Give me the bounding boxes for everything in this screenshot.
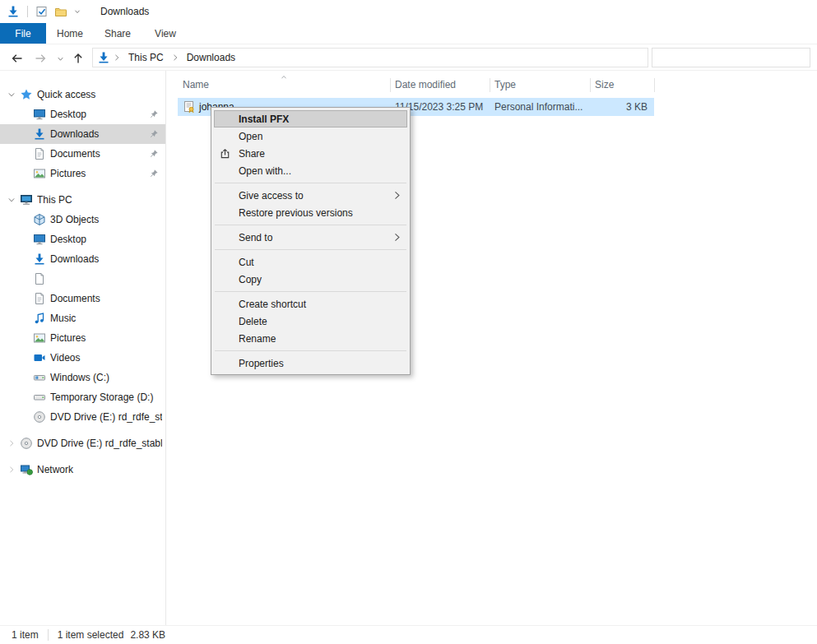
sidebar-item-label: DVD Drive (E:) rd_rdfe_stable xyxy=(50,411,162,423)
column-divider[interactable] xyxy=(654,78,655,92)
chevron-right-icon[interactable] xyxy=(5,463,18,476)
tab-home[interactable]: Home xyxy=(46,23,94,44)
share-icon xyxy=(219,147,231,160)
sidebar-item-label: DVD Drive (E:) rd_rdfe_stable. xyxy=(37,438,162,449)
menu-item-give-access-to[interactable]: Give access to xyxy=(211,187,410,204)
sidebar-item-label: Quick access xyxy=(37,89,162,100)
sidebar-item-network[interactable]: Network xyxy=(0,460,165,480)
sidebar-item-downloads[interactable]: Downloads xyxy=(0,124,165,144)
submenu-chevron-icon xyxy=(392,232,402,243)
window-title: Downloads xyxy=(100,6,149,17)
menu-item-cut[interactable]: Cut xyxy=(211,253,410,271)
sidebar-item-downloads-pc[interactable]: Downloads xyxy=(0,249,165,269)
sidebar-item-quick-access[interactable]: Quick access xyxy=(0,85,165,104)
chevron-down-icon[interactable] xyxy=(5,193,18,206)
sidebar-item-videos[interactable]: Videos xyxy=(0,348,165,368)
breadcrumb-chevron-icon[interactable] xyxy=(171,53,179,62)
menu-item-label: Open xyxy=(239,131,262,142)
document-icon xyxy=(33,147,46,160)
column-header-size[interactable]: Size xyxy=(590,72,654,97)
menu-separator xyxy=(215,249,406,250)
new-folder-icon[interactable] xyxy=(54,5,67,18)
computer-icon xyxy=(20,193,33,206)
sidebar-item-desktop-pc[interactable]: Desktop xyxy=(0,229,165,249)
address-bar[interactable]: This PC Downloads xyxy=(92,48,648,67)
menu-item-copy[interactable]: Copy xyxy=(211,271,410,288)
downloads-icon xyxy=(33,127,46,141)
menu-item-open-with[interactable]: Open with... xyxy=(211,162,410,179)
sidebar-item-documents[interactable]: Documents xyxy=(0,144,165,164)
menu-item-create-shortcut[interactable]: Create shortcut xyxy=(211,295,410,313)
menu-item-label: Send to xyxy=(239,232,272,243)
back-button[interactable] xyxy=(10,51,25,66)
search-box[interactable] xyxy=(652,48,810,67)
status-selected-size: 2.83 KB xyxy=(130,629,165,641)
breadcrumb-chevron-icon[interactable] xyxy=(113,53,121,62)
column-header-name[interactable]: Name xyxy=(178,72,390,97)
menu-separator xyxy=(215,350,406,351)
properties-check-icon[interactable] xyxy=(35,5,49,18)
menu-item-rename[interactable]: Rename xyxy=(211,330,410,347)
sidebar-item-this-pc[interactable]: This PC xyxy=(0,190,165,210)
column-divider[interactable] xyxy=(590,78,591,92)
sidebar-item-documents-pc[interactable]: Documents xyxy=(0,289,165,308)
column-divider[interactable] xyxy=(390,78,391,92)
column-divider[interactable] xyxy=(490,78,490,92)
sidebar-item-pictures-pc[interactable]: Pictures xyxy=(0,328,165,348)
desktop-icon xyxy=(33,233,46,246)
sidebar-item-dvd-drive-e[interactable]: DVD Drive (E:) rd_rdfe_stable xyxy=(0,407,165,427)
forward-icon xyxy=(34,52,47,65)
recent-locations-dropdown[interactable] xyxy=(53,51,67,66)
sidebar-item-dvd-drive-e-root[interactable]: DVD Drive (E:) rd_rdfe_stable. xyxy=(0,433,165,453)
menu-item-open[interactable]: Open xyxy=(211,127,410,145)
navigation-bar: This PC Downloads xyxy=(0,44,817,71)
pin-icon xyxy=(149,129,159,139)
menu-item-send-to[interactable]: Send to xyxy=(211,229,410,246)
sidebar-item-unnamed[interactable] xyxy=(0,269,165,289)
breadcrumb-downloads[interactable]: Downloads xyxy=(182,52,240,63)
menu-item-delete[interactable]: Delete xyxy=(211,313,410,330)
chevron-right-icon[interactable] xyxy=(5,437,18,450)
column-headers: Name Date modified Type Size xyxy=(167,72,817,97)
status-divider xyxy=(48,629,49,641)
tab-file[interactable]: File xyxy=(0,23,46,44)
breadcrumb-this-pc[interactable]: This PC xyxy=(123,52,169,63)
sidebar-item-windows-c[interactable]: Windows (C:) xyxy=(0,368,165,387)
menu-item-share[interactable]: Share xyxy=(211,145,410,162)
status-selected-count: 1 item selected xyxy=(58,629,124,641)
status-item-count: 1 item xyxy=(12,629,39,641)
sidebar-item-label: 3D Objects xyxy=(50,214,162,225)
sidebar-item-label: Windows (C:) xyxy=(50,372,162,383)
sidebar-item-3d-objects[interactable]: 3D Objects xyxy=(0,210,165,229)
sidebar-item-label: Videos xyxy=(50,352,162,364)
menu-item-label: Copy xyxy=(239,274,262,285)
forward-button[interactable] xyxy=(33,51,48,66)
qat-dropdown-icon[interactable] xyxy=(73,7,81,16)
sidebar-item-temporary-storage-d[interactable]: Temporary Storage (D:) xyxy=(0,387,165,407)
recent-locations-caret-icon xyxy=(56,54,65,63)
menu-separator xyxy=(215,291,406,292)
titlebar-divider xyxy=(27,6,28,17)
sidebar-item-pictures[interactable]: Pictures xyxy=(0,164,165,183)
column-header-date-modified[interactable]: Date modified xyxy=(390,72,490,97)
sidebar-item-label: Downloads xyxy=(50,128,162,140)
menu-item-label: Delete xyxy=(239,316,267,327)
menu-item-install-pfx[interactable]: Install PFX xyxy=(214,110,407,127)
sidebar-item-music[interactable]: Music xyxy=(0,308,165,328)
menu-item-label: Properties xyxy=(239,358,284,369)
column-header-type[interactable]: Type xyxy=(490,72,590,97)
menu-item-restore-previous-versions[interactable]: Restore previous versions xyxy=(211,204,410,221)
back-icon xyxy=(11,52,24,65)
sidebar-item-label: Downloads xyxy=(50,253,162,265)
menu-item-label: Cut xyxy=(239,257,254,268)
menu-item-label: Restore previous versions xyxy=(239,207,353,219)
tab-share[interactable]: Share xyxy=(94,23,142,44)
chevron-down-icon[interactable] xyxy=(5,88,18,101)
dvd-icon xyxy=(20,437,33,450)
tab-view[interactable]: View xyxy=(142,23,189,44)
menu-item-properties[interactable]: Properties xyxy=(211,354,410,372)
sidebar-item-desktop[interactable]: Desktop xyxy=(0,104,165,124)
up-button[interactable] xyxy=(71,51,86,66)
title-bar: Downloads xyxy=(0,0,817,23)
downloads-folder-icon[interactable] xyxy=(7,5,20,18)
